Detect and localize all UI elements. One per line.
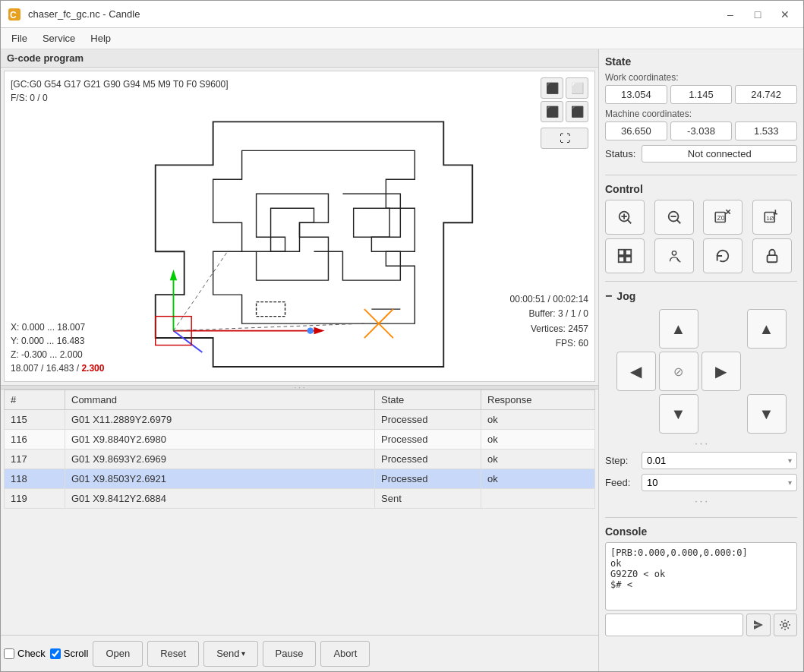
menu-help[interactable]: Help bbox=[83, 30, 118, 46]
work-y: 1.145 bbox=[670, 85, 733, 104]
jog-left-button[interactable]: ◀ bbox=[616, 352, 656, 391]
maximize-button[interactable]: □ bbox=[746, 5, 770, 24]
row-id: 115 bbox=[5, 410, 65, 430]
step-label: Step: bbox=[605, 455, 635, 466]
console-output: [PRB:0.000,0.000,0.000:0] ok G92Z0 < ok … bbox=[605, 542, 797, 610]
jog-up-button[interactable]: ▲ bbox=[659, 309, 698, 349]
right-panel: State Work coordinates: 13.054 1.145 24.… bbox=[598, 49, 803, 671]
scroll-checkbox[interactable] bbox=[50, 648, 61, 659]
row-state: Processed bbox=[375, 469, 481, 489]
control-title: Control bbox=[605, 183, 797, 195]
table-row[interactable]: 119 G01 X9.8412Y2.6884 Sent bbox=[5, 489, 595, 509]
table-row[interactable]: 115 G01 X11.2889Y2.6979 Processed ok bbox=[5, 410, 595, 430]
jog-more-dots: · · · bbox=[605, 438, 797, 449]
view-top-button[interactable]: ⬜ bbox=[566, 77, 588, 99]
jog-z-up-button[interactable]: ▲ bbox=[747, 309, 787, 349]
col-header-num: # bbox=[5, 390, 65, 410]
work-coords-label: Work coordinates: bbox=[605, 72, 797, 83]
close-button[interactable]: ✕ bbox=[773, 5, 797, 24]
control-set-zero-button[interactable]: 1Ø bbox=[752, 200, 792, 235]
row-response bbox=[481, 489, 595, 509]
svg-point-10 bbox=[307, 328, 314, 334]
svg-rect-32 bbox=[619, 257, 624, 262]
row-id: 116 bbox=[5, 430, 65, 450]
jog-down-button[interactable]: ▼ bbox=[659, 394, 698, 434]
minimize-button[interactable]: – bbox=[718, 5, 743, 24]
scroll-label[interactable]: Scroll bbox=[64, 648, 89, 659]
svg-line-35 bbox=[676, 259, 680, 263]
table-row[interactable]: 116 G01 X9.8840Y2.6980 Processed ok bbox=[5, 430, 595, 450]
feed-more-dots: · · · bbox=[605, 496, 797, 506]
machine-x: 36.650 bbox=[605, 121, 667, 140]
menu-file[interactable]: File bbox=[4, 30, 35, 46]
pause-button[interactable]: Pause bbox=[263, 641, 317, 667]
command-table-section: # Command State Response 115 G01 X11.288… bbox=[4, 390, 595, 635]
jog-section: − Jog ▲ ◀ ⊘ ▶ ▼ bbox=[605, 289, 797, 510]
work-z: 24.742 bbox=[735, 85, 797, 104]
control-zoom-button[interactable] bbox=[654, 200, 694, 235]
svg-line-16 bbox=[628, 220, 632, 224]
check-checkbox[interactable] bbox=[4, 648, 14, 659]
jog-center-button[interactable]: ⊘ bbox=[659, 352, 698, 391]
svg-rect-31 bbox=[626, 250, 631, 255]
row-command: G01 X9.8412Y2.6884 bbox=[65, 489, 375, 509]
control-run-button[interactable] bbox=[654, 238, 694, 273]
control-frame-button[interactable] bbox=[605, 238, 645, 273]
viewport-coords: X: 0.000 ... 18.007 Y: 0.000 ... 16.483 … bbox=[11, 320, 104, 375]
svg-rect-36 bbox=[767, 255, 777, 262]
control-restart-button[interactable] bbox=[703, 238, 743, 273]
command-table: # Command State Response 115 G01 X11.288… bbox=[4, 390, 595, 509]
svg-text:Z0: Z0 bbox=[717, 214, 724, 222]
machine-coords-label: Machine coordinates: bbox=[605, 109, 797, 119]
work-x: 13.054 bbox=[605, 85, 667, 104]
reset-button[interactable]: Reset bbox=[147, 641, 199, 667]
open-button[interactable]: Open bbox=[93, 641, 143, 667]
gcode-header: G-code program bbox=[1, 49, 598, 68]
jog-title: Jog bbox=[616, 290, 635, 302]
table-row[interactable]: 118 G01 X9.8503Y2.6921 Processed ok bbox=[5, 469, 595, 489]
svg-line-20 bbox=[676, 220, 680, 224]
control-lock-button[interactable] bbox=[752, 238, 792, 273]
status-value: Not connected bbox=[642, 145, 797, 162]
row-command: G01 X11.2889Y2.6979 bbox=[65, 410, 375, 430]
row-id: 118 bbox=[5, 469, 65, 489]
console-settings-button[interactable] bbox=[774, 614, 798, 636]
divider-1 bbox=[605, 175, 797, 175]
divider-2 bbox=[605, 281, 797, 282]
control-zero-xy-button[interactable]: Z0 bbox=[703, 200, 743, 235]
feed-select-arrow: ▾ bbox=[788, 478, 792, 487]
table-row[interactable]: 117 G01 X9.8693Y2.6969 Processed ok bbox=[5, 450, 595, 469]
expand-view-button[interactable]: ⛶ bbox=[541, 128, 588, 149]
svg-point-34 bbox=[672, 251, 676, 256]
row-response: ok bbox=[481, 450, 595, 469]
row-id: 119 bbox=[5, 489, 65, 509]
feed-select[interactable]: 10 ▾ bbox=[642, 474, 797, 491]
step-select[interactable]: 0.01 ▾ bbox=[642, 452, 797, 469]
svg-rect-33 bbox=[626, 257, 631, 262]
console-section: Console [PRB:0.000,0.000,0.000:0] ok G92… bbox=[605, 525, 797, 636]
feed-label: Feed: bbox=[605, 477, 635, 488]
check-label[interactable]: Check bbox=[17, 648, 46, 659]
console-send-button[interactable] bbox=[746, 614, 771, 636]
divider-3 bbox=[605, 517, 797, 518]
jog-minus-icon[interactable]: − bbox=[605, 289, 612, 303]
menu-service[interactable]: Service bbox=[35, 30, 83, 46]
send-button[interactable]: Send ▾ bbox=[203, 641, 257, 667]
status-label: Status: bbox=[605, 148, 635, 159]
console-input[interactable] bbox=[605, 614, 743, 636]
row-state: Processed bbox=[375, 450, 481, 469]
svg-text:1Ø: 1Ø bbox=[766, 215, 774, 222]
svg-line-6 bbox=[173, 331, 202, 352]
abort-button[interactable]: Abort bbox=[320, 641, 370, 667]
control-section: Control bbox=[605, 183, 797, 273]
svg-text:C: C bbox=[10, 10, 17, 21]
console-title: Console bbox=[605, 525, 797, 538]
svg-line-13 bbox=[173, 323, 364, 330]
control-home-button[interactable] bbox=[605, 200, 645, 235]
row-state: Processed bbox=[375, 430, 481, 450]
view-front-button[interactable]: ⬛ bbox=[541, 101, 563, 122]
view-side-button[interactable]: ⬛ bbox=[566, 101, 588, 122]
view-3d-button[interactable]: ⬛ bbox=[541, 77, 563, 99]
jog-z-down-button[interactable]: ▼ bbox=[747, 394, 787, 434]
jog-right-button[interactable]: ▶ bbox=[702, 352, 741, 391]
